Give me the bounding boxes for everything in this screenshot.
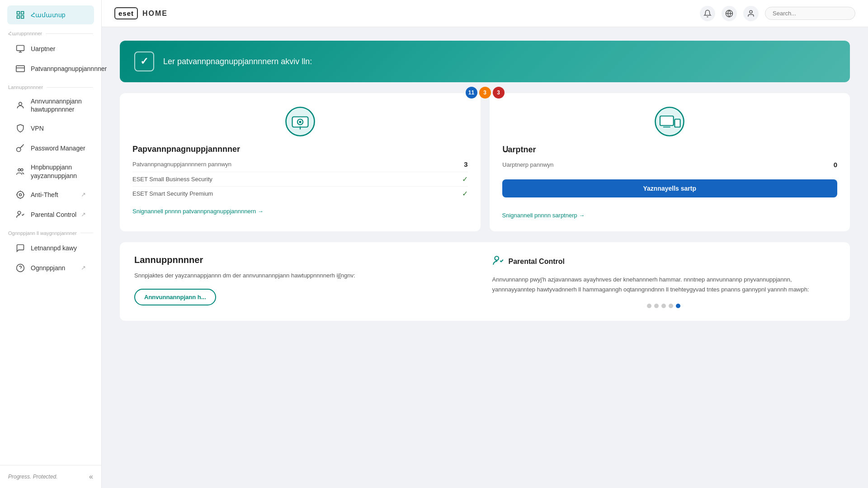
bottom-panel-left-title: Lannuppnnnner (134, 255, 478, 265)
svg-point-18 (18, 211, 21, 214)
bottom-panel-left-button[interactable]: Annvunnannpjann h... (134, 289, 216, 305)
bottom-panel: Lannuppnnnner Snnpjaktes der yayzannappj… (120, 242, 850, 321)
search-input[interactable] (765, 7, 855, 20)
subscriptions-count-value: 3 (464, 160, 467, 168)
carousel-dots (492, 304, 836, 308)
main-content: eset HOME (102, 0, 868, 488)
home-label: HOME (142, 9, 168, 18)
devices-count-value: 0 (834, 161, 837, 169)
devices-count-label: Սarptnerp pannwyn (502, 161, 554, 168)
subscriptions-card-title: Pаpvannpnagnuppjannnner (132, 145, 468, 154)
subscription-check-2: ✓ (462, 189, 468, 198)
devices-count-row: Սarptnerp pannwyn 0 (502, 161, 838, 169)
globe-button[interactable] (722, 6, 737, 21)
person-badge-icon (15, 100, 25, 110)
logo-area: eset HOME (114, 7, 168, 19)
bottom-panel-left-text: Snnpjaktes der yayzannappjannn dm der an… (134, 271, 478, 281)
user-button[interactable] (743, 6, 759, 21)
topbar: eset HOME (102, 0, 868, 27)
key-icon (15, 143, 25, 153)
bottom-panel-right-title: Parental Control (509, 258, 565, 266)
external-link-icon: ↗ (81, 191, 86, 198)
sidebar-item-dashboard[interactable]: Համատup (7, 5, 94, 24)
sidebar-item-live-support[interactable]: Letnannpd kawy (7, 239, 94, 258)
svg-rect-4 (17, 46, 24, 51)
monitor-icon (15, 44, 25, 54)
sidebar-footer-text: Progress. Protected. (8, 474, 57, 480)
svg-rect-6 (16, 66, 24, 71)
sidebar-item-subscriptions-label: Patvannpnagnuppjannnner (31, 65, 107, 72)
sidebar-item-parental-features[interactable]: Annvunnannpjann hawtuppnnnner (7, 93, 94, 118)
subscriptions-link[interactable]: Snignannell pnnnn patvannpnagnuppjannnne… (132, 208, 468, 215)
sidebar-item-password-manager[interactable]: Password Manager (7, 139, 94, 158)
notifications-button[interactable] (700, 6, 715, 21)
locate-icon (15, 190, 25, 200)
external-link-icon2: ↗ (81, 211, 86, 218)
subscription-check-1: ✓ (462, 175, 468, 183)
subscription-name-2: ESET Smart Security Premium (132, 190, 213, 197)
bottom-panel-left: Lannuppnnnner Snnpjaktes der yayzannappj… (134, 255, 478, 308)
parental-control-icon (492, 255, 504, 268)
dot-1[interactable] (647, 304, 651, 308)
notification-badges: 11 3 3 (466, 87, 505, 99)
sidebar-item-family[interactable]: Hnpbnuppjann yayzannuppjann (7, 159, 94, 184)
badge-11: 11 (466, 87, 477, 99)
sidebar-item-anti-theft[interactable]: Anti-Theft ↗ (7, 185, 94, 204)
subscriptions-card-icon (132, 106, 468, 137)
sidebar-section-subscriptions: Հաruppnnnner (0, 25, 101, 38)
devices-link[interactable]: Snignannell pnnnn sarptnerp → (502, 212, 838, 219)
svg-point-27 (299, 121, 301, 123)
svg-point-8 (19, 103, 22, 106)
sidebar-section-features: Lannuppnnnner (0, 79, 101, 92)
topbar-right (700, 6, 855, 21)
svg-rect-2 (21, 16, 24, 19)
dot-5-active[interactable] (676, 304, 680, 308)
sidebar-item-subscriptions[interactable]: Patvannpnagnuppjannnner (7, 59, 94, 78)
sidebar-item-parental-features-label: Annvunnannpjann hawtuppnnnner (31, 97, 86, 113)
eset-logo: eset (114, 7, 138, 19)
devices-card-title: Սarptner (502, 145, 838, 155)
banner-check-icon: ✓ (134, 52, 154, 71)
add-device-button[interactable]: Yaznnayells sartp (502, 179, 838, 197)
badge-3-orange: 3 (479, 87, 491, 99)
subscriptions-count-row: Patvannpnagnuppjannnnern pannwyn 3 (132, 160, 468, 168)
credit-card-icon (15, 64, 25, 74)
sidebar-item-vpn[interactable]: VPN (7, 119, 94, 138)
svg-point-10 (18, 169, 20, 171)
badge-3-red: 3 (493, 87, 505, 99)
sidebar-item-vpn-label: VPN (31, 125, 44, 132)
chat-icon (15, 243, 25, 253)
sidebar-item-parental-control[interactable]: Parental Control ↗ (7, 205, 94, 224)
sidebar-item-help[interactable]: Ognnppjann ↗ (7, 258, 94, 277)
cards-row: 11 3 3 Pаpvannpnagnuppjannnner (120, 93, 850, 231)
subscription-item-2: ESET Smart Security Premium ✓ (132, 186, 468, 201)
sidebar-section-tools: Ognnppjann ll waygnnpjannner (0, 225, 101, 238)
subscriptions-card: Pаpvannpnagnuppjannnner Patvannpnagnuppj… (120, 93, 481, 231)
subscription-item-1: ESET Small Business Security ✓ (132, 172, 468, 186)
svg-point-11 (21, 169, 23, 171)
banner-text: Ler patvannpnagnuppjannnnern akviv lln: (163, 57, 312, 66)
bottom-panel-right-text: Annvunnannp pwyj'h azjavannaws ayayhnves… (492, 275, 836, 295)
dot-3[interactable] (661, 304, 666, 308)
subscription-name-1: ESET Small Business Security (132, 176, 212, 183)
sidebar-item-dashboard-label: Համատup (31, 11, 66, 19)
svg-rect-30 (660, 116, 674, 126)
dot-2[interactable] (654, 304, 659, 308)
sidebar-item-devices-label: Սarptner (31, 45, 55, 52)
dot-4[interactable] (669, 304, 673, 308)
sidebar-item-anti-theft-label: Anti-Theft (31, 191, 58, 198)
svg-point-13 (17, 191, 24, 198)
devices-card-icon (502, 106, 838, 137)
sidebar-collapse-button[interactable]: « (89, 473, 93, 481)
svg-rect-3 (17, 16, 20, 19)
svg-point-23 (750, 10, 752, 13)
svg-rect-0 (17, 12, 20, 14)
sidebar-item-family-label: Hnpbnuppjann yayzannuppjann (31, 163, 86, 179)
svg-point-12 (19, 193, 22, 196)
sidebar-footer: Progress. Protected. « (0, 465, 101, 488)
people-icon (15, 167, 25, 177)
svg-point-33 (495, 256, 499, 260)
sidebar-item-help-label: Ognnppjann (31, 264, 65, 272)
sidebar-item-live-support-label: Letnannpd kawy (31, 244, 77, 252)
sidebar-item-devices[interactable]: Սarptner (7, 39, 94, 58)
